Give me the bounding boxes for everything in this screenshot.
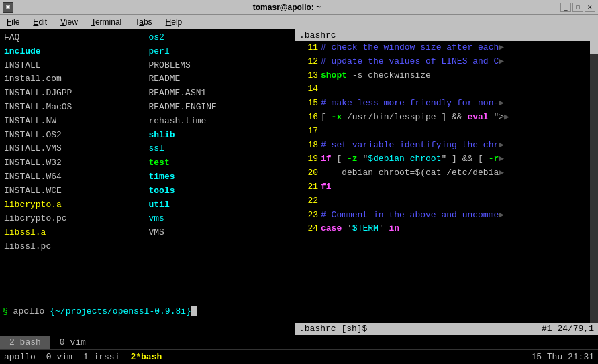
file-item: libssl.pc	[3, 240, 148, 254]
vim-line-20: 20 debian_chroot=$(cat /etc/debia▶	[295, 166, 590, 180]
file-item: shlib	[148, 129, 293, 143]
status-vim: 0 vim	[46, 352, 72, 362]
vim-line-16: 16 [ -x /usr/bin/lesspipe ] && eval ">▶	[295, 111, 590, 125]
file-item: INSTALL.MacOS	[3, 101, 148, 115]
file-item: libcrypto.pc	[3, 212, 148, 226]
scrollbar-thumb[interactable]	[590, 41, 598, 54]
cursor	[191, 306, 197, 316]
maximize-button[interactable]: □	[572, 3, 583, 12]
vim-status-text: .bashrc [sh]$	[299, 324, 367, 334]
file-item: VMS	[148, 226, 293, 240]
window-icon: ▣	[3, 2, 13, 13]
file-item: vms	[148, 212, 293, 226]
file-item: README.ASN1	[148, 86, 293, 101]
vim-line-14: 14	[295, 82, 590, 97]
file-item: perl	[148, 45, 293, 59]
file-item: test	[148, 156, 293, 170]
vim-header: .bashrc	[295, 29, 598, 41]
file-item: INSTALL	[3, 59, 148, 73]
vim-position: #1 24/79,1	[542, 324, 594, 334]
status-time: 15 Thu 21:31	[531, 352, 594, 362]
status-bar: apollo 0 vim 1 irssi 2*bash 15 Thu 21:31	[0, 349, 598, 364]
file-item: INSTALL.OS2	[3, 129, 148, 143]
close-button[interactable]: ✕	[585, 3, 595, 12]
file-item: INSTALL.NW	[3, 115, 148, 129]
file-item: libcrypto.a	[3, 198, 148, 213]
menu-file[interactable]: File	[3, 16, 23, 28]
menu-bar: File Edit View Terminal Tabs Help	[0, 15, 598, 29]
vim-line-23: 23 # Comment in the above and uncomme▶	[295, 208, 590, 223]
menu-view[interactable]: View	[56, 16, 82, 28]
left-pane: FAQ os2 include perl INSTALL PROBLEMS in…	[0, 29, 295, 335]
vim-scrollbar[interactable]	[590, 41, 598, 323]
prompt-dollar: §	[3, 306, 8, 316]
bash-prompt: § apollo {~/projects/openssl-0.9.8i}	[0, 290, 295, 335]
file-item: libssl.a	[3, 226, 148, 240]
vim-line-22: 22	[295, 194, 590, 208]
terminal-icon: ▣	[6, 3, 9, 11]
status-apollo: apollo	[4, 352, 36, 362]
menu-edit[interactable]: Edit	[29, 16, 51, 28]
vim-lines: 11 # check the window size after each▶ 1…	[295, 41, 590, 323]
file-item: INSTALL.W64	[3, 170, 148, 184]
file-item: INSTALL.VMS	[3, 142, 148, 156]
file-item	[148, 240, 293, 254]
minimize-button[interactable]: _	[560, 3, 571, 12]
prompt-user: apollo	[8, 306, 50, 316]
prompt-path: {~/projects/openssl-0.9.8i}	[50, 306, 191, 316]
status-left: apollo 0 vim 1 irssi 2*bash	[4, 352, 162, 362]
file-item: INSTALL.W32	[3, 156, 148, 170]
file-list: FAQ os2 include perl INSTALL PROBLEMS in…	[0, 29, 295, 290]
vim-line-18: 18 # set variable identifying the chr▶	[295, 139, 590, 153]
file-item: FAQ	[3, 31, 148, 45]
status-irssi: 1 irssi	[83, 352, 120, 362]
file-item: INSTALL.DJGPP	[3, 86, 148, 101]
vim-content-area: 11 # check the window size after each▶ 1…	[295, 41, 598, 323]
file-item: util	[148, 198, 293, 213]
file-item: install.com	[3, 72, 148, 86]
file-item-include: include	[3, 45, 148, 59]
menu-tabs[interactable]: Tabs	[131, 16, 156, 28]
vim-line-11: 11 # check the window size after each▶	[295, 41, 590, 55]
vim-line-13: 13 shopt -s checkwinsize	[295, 69, 590, 83]
file-item: ssl	[148, 142, 293, 156]
vim-line-17: 17	[295, 125, 590, 139]
tab-bash[interactable]: 2 bash	[0, 336, 50, 349]
file-item: rehash.time	[148, 115, 293, 129]
file-item: os2	[148, 31, 293, 45]
status-bash-active: 2*bash	[130, 352, 162, 362]
window-title: tomasr@apollo: ~	[13, 3, 560, 12]
window-controls: _ □ ✕	[560, 3, 595, 12]
tab-bar: 2 bash 0 vim	[0, 335, 598, 349]
file-item: INSTALL.WCE	[3, 184, 148, 198]
file-item: tools	[148, 184, 293, 198]
vim-filename: .bashrc	[299, 30, 336, 40]
file-item: PROBLEMS	[148, 59, 293, 73]
vim-editor: .bashrc 11 # check the window size after…	[295, 29, 598, 335]
vim-line-24: 24 case '$TERM' in	[295, 222, 590, 236]
title-bar: ▣ tomasr@apollo: ~ _ □ ✕	[0, 0, 598, 15]
split-container: FAQ os2 include perl INSTALL PROBLEMS in…	[0, 29, 598, 335]
vim-status-bar: .bashrc [sh]$ #1 24/79,1	[295, 323, 598, 335]
menu-help[interactable]: Help	[162, 16, 187, 28]
file-item: README	[148, 72, 293, 86]
vim-line-19: 19 if [ -z "$debian_chroot" ] && [ -r▶	[295, 152, 590, 166]
vim-line-21: 21 fi	[295, 180, 590, 194]
menu-terminal[interactable]: Terminal	[87, 16, 126, 28]
vim-line-12: 12 # update the values of LINES and C▶	[295, 55, 590, 69]
tab-vim[interactable]: 0 vim	[50, 336, 95, 349]
file-item: README.ENGINE	[148, 101, 293, 115]
file-item: times	[148, 170, 293, 184]
status-right: 15 Thu 21:31	[531, 352, 594, 362]
vim-line-15: 15 # make less more friendly for non-▶	[295, 97, 590, 111]
